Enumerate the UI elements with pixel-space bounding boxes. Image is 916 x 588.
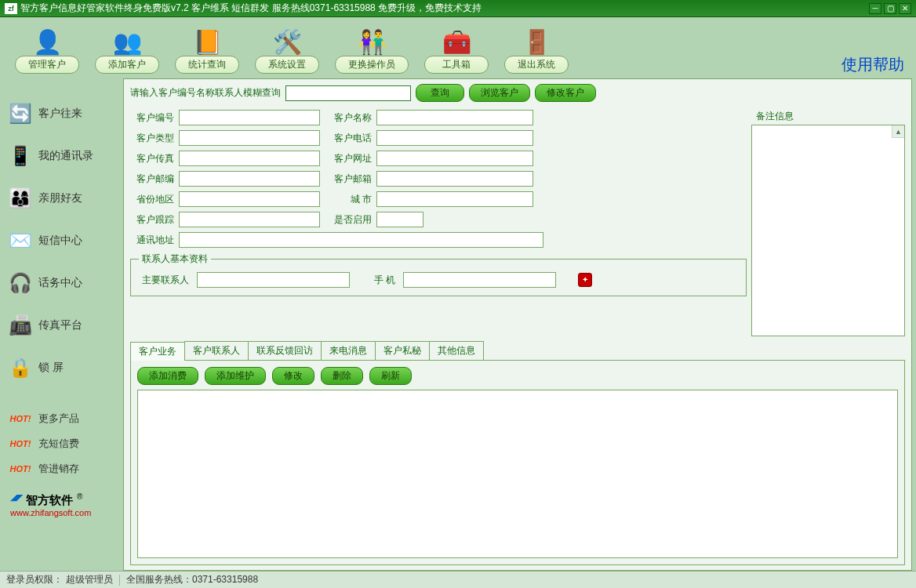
edit-button[interactable]: 修改 (272, 367, 314, 385)
sidebar-label: 短信中心 (38, 234, 82, 248)
search-input[interactable] (285, 85, 411, 101)
label-cust-email: 客户邮箱 (328, 172, 376, 186)
tab-panel: 添加消费 添加维护 修改 删除 刷新 (130, 360, 905, 565)
data-grid[interactable] (137, 390, 898, 558)
toolbar-label: 统计查询 (175, 56, 239, 74)
sidebar-icon: 👨‍👩‍👦 (7, 185, 34, 212)
sidebar-item-4[interactable]: 🎧话务中心 (4, 267, 120, 299)
toolbar-icon: 🚪 (521, 27, 552, 56)
hot-badge: HOT! (7, 414, 34, 423)
tab-5[interactable]: 其他信息 (429, 341, 484, 360)
tab-3[interactable]: 来电消息 (321, 341, 376, 360)
sidebar-item-0[interactable]: 🔄客户往来 (4, 97, 120, 130)
minimize-button[interactable]: ─ (869, 3, 881, 14)
maximize-button[interactable]: ▢ (884, 3, 896, 14)
toolbar-item-1[interactable]: 👥添加客户 (95, 27, 159, 74)
add-maint-button[interactable]: 添加维护 (205, 367, 266, 385)
add-spend-button[interactable]: 添加消费 (137, 367, 198, 385)
toolbar-label: 系统设置 (255, 56, 319, 74)
contact-legend: 联系人基本资料 (139, 252, 211, 266)
input-follow[interactable] (179, 212, 320, 227)
sidebar-item-6[interactable]: 🔒锁 屏 (4, 351, 120, 384)
input-cust-fax[interactable] (179, 151, 320, 166)
toolbar-icon: 🛠️ (271, 27, 303, 56)
search-label: 请输入客户编号名称联系人模糊查询 (130, 86, 281, 100)
scroll-up-icon[interactable]: ▲ (892, 125, 904, 138)
toolbar-item-4[interactable]: 👫更换操作员 (335, 27, 409, 74)
toolbar-icon: 📙 (191, 27, 223, 56)
sidebar-icon: 🎧 (7, 270, 34, 296)
contact-fieldset: 联系人基本资料 主要联系人 手 机 ✦ (130, 252, 747, 296)
sidebar-item-3[interactable]: ✉️短信中心 (4, 224, 120, 257)
edit-customer-button[interactable]: 修改客户 (535, 84, 596, 102)
sidebar-icon: 🔒 (7, 354, 34, 381)
sidebar-hot-label: 充短信费 (38, 437, 79, 451)
tab-1[interactable]: 客户联系人 (184, 341, 249, 360)
sidebar-icon: 📠 (7, 312, 34, 339)
sidebar-icon: ✉️ (7, 227, 34, 254)
help-link[interactable]: 使用帮助 (841, 54, 904, 78)
sidebar-item-1[interactable]: 📱我的通讯录 (4, 140, 120, 172)
label-mobile: 手 机 (353, 274, 400, 287)
status-perm-value: 超级管理员 (66, 573, 113, 586)
toolbar-item-5[interactable]: 🧰工具箱 (424, 27, 489, 74)
toolbar-icon: 👥 (111, 27, 143, 56)
label-follow: 客户跟踪 (130, 213, 179, 227)
window-title: 智方客户信息好管家软件终身免费版v7.2 客户维系 短信群发 服务热线0371-… (20, 2, 869, 15)
toolbar-item-2[interactable]: 📙统计查询 (175, 27, 239, 74)
sidebar-hot-0[interactable]: HOT!更多产品 (4, 409, 120, 428)
toolbar-item-6[interactable]: 🚪退出系统 (504, 27, 569, 74)
input-cust-name[interactable] (376, 110, 533, 125)
input-enabled[interactable] (376, 212, 423, 227)
input-cust-type[interactable] (179, 130, 320, 146)
input-city[interactable] (376, 191, 533, 207)
input-cust-email[interactable] (376, 171, 533, 187)
label-cust-type: 客户类型 (130, 132, 179, 145)
hot-badge: HOT! (7, 464, 34, 474)
hot-badge: HOT! (7, 439, 34, 448)
sidebar-label: 亲朋好友 (38, 191, 82, 205)
tab-0[interactable]: 客户业务 (130, 342, 185, 361)
input-addr[interactable] (179, 232, 543, 248)
input-mobile[interactable] (403, 272, 556, 288)
sidebar-label: 传真平台 (38, 318, 82, 332)
toolbar-icon: 👤 (31, 27, 63, 56)
label-cust-zip: 客户邮编 (130, 172, 179, 186)
close-button[interactable]: ✕ (899, 3, 911, 14)
sidebar-label: 我的通讯录 (38, 149, 93, 163)
tab-4[interactable]: 客户私秘 (375, 341, 430, 360)
sidebar-hot-2[interactable]: HOT!管进销存 (4, 459, 120, 478)
contact-action-button[interactable]: ✦ (578, 273, 592, 287)
brand-url[interactable]: www.zhifangsoft.com (10, 508, 120, 517)
input-cust-zip[interactable] (179, 171, 320, 187)
input-cust-phone[interactable] (376, 130, 533, 146)
label-enabled: 是否启用 (328, 213, 376, 227)
app-logo: zf (5, 3, 17, 14)
toolbar-item-3[interactable]: 🛠️系统设置 (255, 27, 319, 74)
label-city: 城 市 (328, 193, 376, 206)
query-button[interactable]: 查询 (416, 84, 464, 102)
label-cust-no: 客户编号 (130, 111, 179, 125)
delete-button[interactable]: 删除 (321, 367, 363, 385)
input-main-contact[interactable] (197, 272, 350, 288)
input-province[interactable] (179, 191, 320, 207)
sidebar-item-5[interactable]: 📠传真平台 (4, 309, 120, 342)
refresh-button[interactable]: 刷新 (369, 367, 412, 385)
toolbar-label: 添加客户 (95, 56, 159, 74)
sidebar-icon: 📱 (7, 143, 34, 169)
toolbar-icon: 🧰 (441, 27, 472, 56)
window-controls: ─ ▢ ✕ (869, 3, 911, 14)
toolbar-label: 管理客户 (15, 56, 79, 74)
sidebar-item-2[interactable]: 👨‍👩‍👦亲朋好友 (4, 182, 120, 215)
toolbar-item-0[interactable]: 👤管理客户 (15, 27, 79, 74)
sidebar-hot-1[interactable]: HOT!充短信费 (4, 434, 120, 453)
browse-button[interactable]: 浏览客户 (469, 84, 530, 102)
label-cust-name: 客户名称 (328, 111, 376, 125)
brand-box: ◢◤ 智方软件 ® www.zhifangsoft.com (4, 492, 120, 517)
input-cust-url[interactable] (376, 151, 533, 166)
input-cust-no[interactable] (179, 110, 320, 125)
tab-2[interactable]: 联系反馈回访 (248, 341, 322, 360)
sidebar-label: 话务中心 (38, 276, 82, 290)
remark-textarea[interactable]: ▲ (751, 125, 905, 336)
toolbar-label: 更换操作员 (335, 56, 409, 74)
